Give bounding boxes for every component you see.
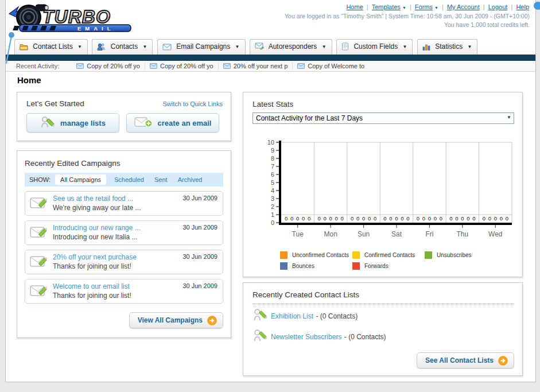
legend-swatch	[280, 262, 288, 270]
top-link-my-account[interactable]: My Account	[447, 3, 480, 10]
campaign-card[interactable]: Introducing our new range ... Introducin…	[25, 220, 223, 245]
svg-text:0: 0	[308, 215, 310, 222]
tab-contact-lists[interactable]: Contact Lists ▼	[14, 39, 88, 55]
svg-text:10: 10	[267, 139, 274, 146]
list-edit-icon	[252, 328, 267, 346]
chevron-down-icon: ▼	[434, 6, 438, 10]
legend-swatch	[352, 251, 360, 259]
svg-text:0: 0	[296, 215, 299, 222]
manage-lists-button[interactable]: manage lists	[26, 113, 119, 133]
recent-activity-item[interactable]: Copy of 20% off yo	[145, 62, 219, 70]
contact-list-item[interactable]: Exhibition List - (0 Contacts)	[252, 308, 514, 325]
top-link-home[interactable]: Home	[346, 3, 363, 10]
svg-text:0: 0	[506, 215, 508, 222]
recent-activity-item[interactable]: 20% off your next p	[219, 62, 293, 70]
envelope-icon	[150, 63, 157, 69]
filter-all-campaigns[interactable]: All Campaigns	[55, 174, 106, 185]
svg-text:0: 0	[395, 215, 398, 222]
svg-text:0: 0	[374, 215, 376, 222]
campaign-card[interactable]: See us at the retail food ... We're givi…	[25, 191, 223, 216]
svg-text:0: 0	[356, 215, 359, 222]
tab-email-campaigns[interactable]: Email Campaigns ▼	[157, 39, 246, 55]
svg-text:9: 9	[271, 147, 274, 154]
filter-sent[interactable]: Sent	[154, 176, 168, 183]
chart-legend: Unconfirmed ContactsConfirmed ContactsUn…	[280, 251, 514, 270]
legend-item: Unconfirmed Contacts	[280, 251, 352, 259]
top-link-forms[interactable]: Forms▼	[415, 3, 438, 10]
campaign-card[interactable]: 20% off your next purchase Thanks for jo…	[25, 250, 223, 274]
contact-lists-panel: Recently Created Contact Lists Exhibitio…	[243, 282, 523, 376]
top-link-logout[interactable]: Logout	[488, 3, 508, 10]
contact-activity-chart: 01234567891000000Tue00000Mon00000Sun0000…	[252, 137, 515, 249]
svg-text:0: 0	[335, 215, 337, 222]
legend-swatch	[280, 251, 288, 259]
legend-item: Bounces	[280, 262, 352, 270]
stats-period-select[interactable]: Contact Activity for the Last 7 Days ▼	[252, 112, 514, 124]
switch-quick-links[interactable]: Switch to Quick Links	[162, 100, 223, 107]
svg-text:0: 0	[362, 215, 365, 222]
main-content: Home Let's Get Started Switch to Quick L…	[6, 72, 535, 376]
chevron-down-icon: ▼	[322, 44, 327, 49]
login-info: You are logged in as "Timothy Smith" | S…	[285, 13, 530, 20]
svg-text:0: 0	[455, 215, 458, 222]
legend-swatch	[425, 251, 432, 259]
svg-text:0: 0	[422, 215, 425, 222]
svg-text:0: 0	[488, 215, 491, 222]
svg-text:Mon: Mon	[324, 230, 337, 238]
legend-label: Unsubscribes	[437, 252, 472, 258]
top-link-help[interactable]: Help	[516, 3, 529, 10]
contacts-icon	[97, 42, 106, 52]
utility-links: Home | Templates▼ | Forms▼ | My Account …	[285, 3, 530, 10]
main-nav: Contact Lists ▼ Contacts ▼ Email Campaig…	[6, 39, 535, 55]
tab-autoresponders[interactable]: Autoresponders ▼	[250, 39, 332, 55]
envelope-icon	[297, 63, 305, 69]
see-all-contact-lists-button[interactable]: See All Contact Lists	[417, 352, 514, 368]
tab-custom-fields[interactable]: Custom Fields ▼	[336, 39, 413, 55]
campaign-filters: SHOW: All Campaigns Scheduled Sent Archi…	[25, 173, 223, 187]
legend-label: Forwards	[364, 263, 389, 269]
svg-text:3: 3	[271, 195, 274, 202]
campaign-edit-icon	[30, 195, 48, 212]
campaign-card[interactable]: Welcome to our email list Thanks for joi…	[25, 279, 223, 304]
header: TURBO EMAIL Home | T	[6, 0, 535, 39]
svg-text:0: 0	[449, 215, 452, 222]
chevron-down-icon: ▼	[402, 44, 407, 49]
filter-archived[interactable]: Archived	[178, 176, 203, 183]
email-campaigns-icon	[162, 44, 172, 52]
campaign-edit-icon	[30, 224, 48, 242]
get-started-panel: Let's Get Started Switch to Quick Links …	[17, 92, 231, 141]
svg-text:Sat: Sat	[391, 230, 402, 238]
svg-text:7: 7	[271, 163, 274, 170]
arrow-circle-icon	[207, 316, 217, 325]
svg-text:4: 4	[271, 187, 274, 194]
recent-activity-item[interactable]: Copy of 20% off yo	[72, 62, 145, 70]
campaigns-panel: Recently Edited Campaigns SHOW: All Camp…	[17, 150, 231, 338]
chevron-down-icon: ▼	[235, 44, 240, 49]
svg-text:1: 1	[271, 211, 274, 218]
view-all-campaigns-button[interactable]: View All Campaigns	[129, 312, 223, 328]
svg-text:0: 0	[440, 215, 442, 222]
recent-activity-label: Recent Activity:	[16, 63, 59, 69]
create-email-button[interactable]: create an email	[126, 113, 219, 133]
contact-list-item[interactable]: Newsletter Subscribers - (0 Contacts)	[252, 328, 514, 346]
latest-stats-title: Latest Stats	[252, 100, 514, 108]
top-link-templates[interactable]: Templates▼	[372, 3, 406, 10]
dotted-divider	[252, 304, 514, 304]
svg-text:0: 0	[389, 215, 392, 222]
svg-text:0: 0	[461, 215, 464, 222]
tab-contacts[interactable]: Contacts ▼	[92, 39, 153, 55]
get-started-title: Let's Get Started	[26, 99, 84, 108]
filter-scheduled[interactable]: Scheduled	[114, 176, 144, 183]
custom-fields-icon	[341, 42, 349, 52]
list-edit-icon	[252, 308, 267, 325]
nav-divider-bar	[6, 55, 535, 61]
svg-text:0: 0	[401, 215, 403, 222]
recent-activity-item[interactable]: Copy of Welcome to	[293, 62, 369, 70]
campaign-edit-icon	[30, 254, 48, 271]
utility-area: Home | Templates▼ | Forms▼ | My Account …	[285, 3, 530, 28]
svg-text:8: 8	[271, 155, 274, 162]
help-bubble-icon[interactable]	[534, 2, 540, 10]
contact-lists-title: Recently Created Contact Lists	[252, 290, 514, 299]
tab-statistics[interactable]: Statistics ▼	[417, 39, 478, 55]
arrow-circle-icon	[498, 356, 508, 366]
